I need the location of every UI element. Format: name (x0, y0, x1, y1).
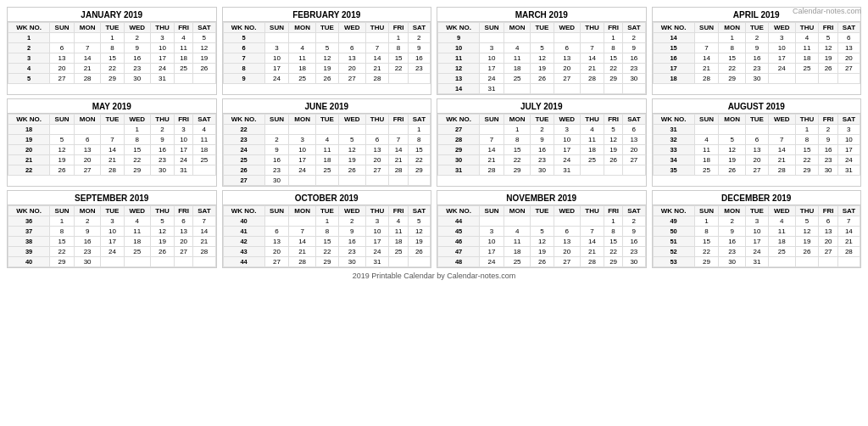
calendars-grid: JANUARY 2019WK NO.SUNMONTUEWEDTHUFRISAT1… (7, 7, 861, 268)
week-number: 28 (438, 135, 480, 145)
day-cell: 26 (795, 247, 819, 257)
week-number: 17 (653, 64, 694, 74)
day-cell: 19 (604, 145, 622, 155)
col-header-7-0: WK NO. (653, 115, 694, 125)
day-cell: 1 (604, 33, 622, 43)
day-cell: 11 (174, 43, 192, 53)
day-cell: 18 (289, 64, 315, 74)
table-row: 2878910111213 (438, 135, 646, 145)
table-row: 361234567 (8, 216, 216, 227)
day-cell: 12 (531, 53, 554, 64)
day-cell (719, 125, 745, 135)
week-number: 31 (653, 125, 694, 135)
day-cell: 30 (74, 257, 100, 267)
week-number: 9 (223, 74, 264, 84)
day-cell: 4 (769, 216, 795, 227)
day-cell: 28 (74, 74, 100, 84)
day-cell: 30 (819, 165, 837, 176)
day-cell: 11 (581, 135, 604, 145)
week-number: 26 (223, 165, 264, 176)
day-cell (623, 165, 645, 176)
day-cell: 30 (264, 176, 289, 186)
table-row: 2914151617181920 (438, 145, 646, 155)
col-header-3-7: SAT (837, 23, 860, 33)
day-cell: 9 (408, 43, 430, 53)
col-header-7-6: FRI (819, 115, 837, 125)
day-cell: 17 (289, 155, 315, 165)
table-row: 3922232425262728 (8, 247, 216, 257)
day-cell: 14 (581, 53, 604, 64)
col-header-10-7: SAT (623, 206, 645, 216)
col-header-4-6: FRI (174, 115, 192, 125)
week-number: 14 (653, 33, 694, 43)
day-cell: 15 (389, 53, 408, 64)
day-cell: 5 (819, 33, 837, 43)
day-cell: 29 (504, 165, 530, 176)
day-cell: 22 (389, 64, 408, 74)
day-cell: 19 (315, 64, 338, 74)
day-cell: 26 (339, 165, 365, 176)
day-cell (389, 74, 408, 84)
col-header-3-0: WK NO. (653, 23, 694, 33)
day-cell: 1 (504, 125, 530, 135)
day-cell: 29 (101, 74, 124, 84)
day-cell (504, 216, 530, 227)
col-header-11-3: TUE (745, 206, 768, 216)
table-row: 2623242526272829 (223, 165, 431, 176)
day-cell: 10 (837, 135, 860, 145)
table-row: 416789101112 (223, 227, 431, 237)
table-row: 512 (223, 33, 431, 43)
col-header-9-2: MON (289, 206, 315, 216)
day-cell (480, 216, 504, 227)
month-block-0: JANUARY 2019WK NO.SUNMONTUEWEDTHUFRISAT1… (7, 7, 217, 95)
day-cell: 29 (604, 74, 622, 84)
day-cell (389, 257, 408, 267)
day-cell (795, 257, 819, 267)
month-title-1: FEBRUARY 2019 (223, 8, 431, 22)
day-cell: 27 (339, 74, 365, 84)
day-cell (408, 257, 430, 267)
day-cell: 16 (74, 237, 100, 247)
day-cell: 8 (694, 227, 719, 237)
col-header-6-1: SUN (480, 115, 504, 125)
day-cell: 11 (504, 237, 530, 247)
day-cell: 2 (531, 125, 554, 135)
day-cell (554, 84, 580, 94)
day-cell: 20 (74, 155, 100, 165)
day-cell: 15 (694, 237, 719, 247)
day-cell: 16 (745, 53, 768, 64)
day-cell: 12 (795, 227, 819, 237)
day-cell (604, 165, 622, 176)
day-cell: 4 (124, 216, 150, 227)
col-header-0-7: SAT (193, 23, 215, 33)
day-cell (504, 33, 530, 43)
day-cell: 15 (719, 53, 745, 64)
day-cell (365, 33, 389, 43)
day-cell: 13 (623, 135, 645, 145)
col-header-3-4: WED (769, 23, 795, 33)
day-cell: 15 (101, 53, 124, 64)
footer-label: 2019 Printable Calendar by Calendar-note… (7, 272, 861, 282)
day-cell: 29 (719, 74, 745, 84)
month-table-8: WK NO.SUNMONTUEWEDTHUFRISAT3612345673789… (8, 205, 216, 267)
day-cell: 10 (480, 237, 504, 247)
day-cell: 3 (264, 43, 289, 53)
day-cell: 27 (819, 247, 837, 257)
day-cell: 8 (389, 43, 408, 53)
day-cell: 12 (819, 43, 837, 53)
col-header-10-6: FRI (604, 206, 622, 216)
day-cell: 28 (837, 247, 860, 257)
day-cell: 27 (50, 74, 75, 84)
day-cell: 18 (389, 237, 408, 247)
table-row: 710111213141516 (223, 53, 431, 64)
week-number: 12 (438, 64, 480, 74)
table-row: 1578910111213 (653, 43, 860, 53)
week-number: 40 (8, 257, 50, 267)
day-cell: 10 (289, 145, 315, 155)
day-cell: 27 (264, 257, 289, 267)
month-title-6: JULY 2019 (437, 99, 646, 114)
table-row: 3021222324252627 (438, 155, 646, 165)
col-header-5-7: SAT (408, 115, 430, 125)
day-cell: 20 (174, 237, 192, 247)
day-cell: 12 (604, 135, 622, 145)
